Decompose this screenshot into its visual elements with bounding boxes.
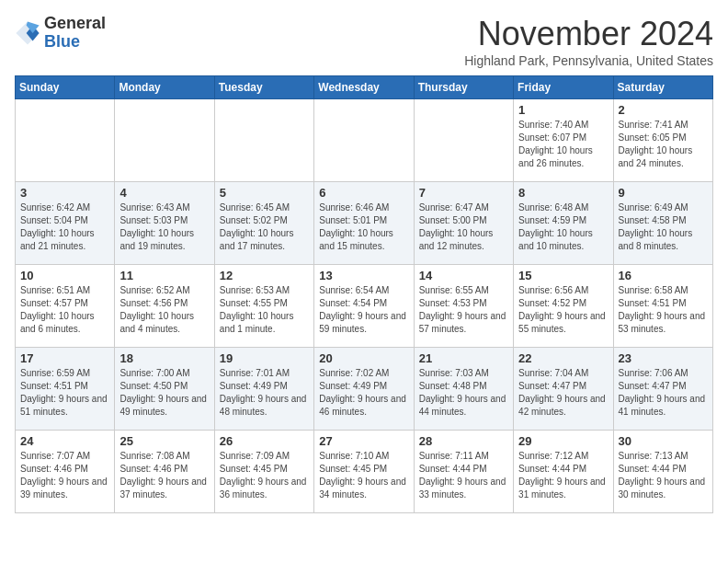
logo-text-blue: Blue (44, 33, 106, 52)
calendar-cell: 13Sunrise: 6:54 AM Sunset: 4:54 PM Dayli… (314, 265, 414, 348)
day-number: 8 (518, 186, 608, 200)
day-info: Sunrise: 7:00 AM Sunset: 4:50 PM Dayligh… (119, 367, 209, 419)
calendar-cell: 18Sunrise: 7:00 AM Sunset: 4:50 PM Dayli… (115, 348, 214, 431)
calendar-cell (214, 99, 313, 182)
day-number: 11 (119, 269, 209, 282)
calendar-cell: 25Sunrise: 7:08 AM Sunset: 4:46 PM Dayli… (115, 431, 214, 513)
day-info: Sunrise: 6:43 AM Sunset: 5:03 PM Dayligh… (119, 201, 209, 253)
calendar-cell: 2Sunrise: 7:41 AM Sunset: 6:05 PM Daylig… (613, 99, 712, 182)
day-info: Sunrise: 7:11 AM Sunset: 4:44 PM Dayligh… (419, 450, 508, 501)
day-info: Sunrise: 6:58 AM Sunset: 4:51 PM Dayligh… (619, 284, 708, 336)
calendar-cell: 28Sunrise: 7:11 AM Sunset: 4:44 PM Dayli… (414, 431, 513, 513)
calendar-cell: 21Sunrise: 7:03 AM Sunset: 4:48 PM Dayli… (414, 348, 513, 431)
day-number: 1 (518, 103, 608, 117)
day-number: 22 (518, 351, 608, 365)
day-info: Sunrise: 7:04 AM Sunset: 4:47 PM Dayligh… (518, 367, 608, 419)
day-info: Sunrise: 7:13 AM Sunset: 4:44 PM Dayligh… (619, 450, 708, 501)
calendar-cell: 30Sunrise: 7:13 AM Sunset: 4:44 PM Dayli… (613, 431, 712, 513)
header-thursday: Thursday (414, 76, 513, 99)
header-saturday: Saturday (613, 76, 712, 99)
calendar-cell: 7Sunrise: 6:47 AM Sunset: 5:00 PM Daylig… (414, 182, 513, 265)
calendar-cell: 29Sunrise: 7:12 AM Sunset: 4:44 PM Dayli… (514, 431, 613, 513)
calendar-cell: 15Sunrise: 6:56 AM Sunset: 4:52 PM Dayli… (514, 265, 613, 348)
day-number: 2 (619, 103, 708, 117)
day-number: 15 (518, 269, 608, 282)
day-number: 23 (619, 351, 708, 365)
day-number: 28 (419, 434, 508, 448)
day-number: 18 (119, 351, 209, 365)
day-number: 12 (220, 269, 309, 282)
calendar-cell: 24Sunrise: 7:07 AM Sunset: 4:46 PM Dayli… (16, 431, 115, 513)
day-info: Sunrise: 6:53 AM Sunset: 4:55 PM Dayligh… (220, 284, 309, 336)
logo-text-general: General (44, 15, 106, 33)
day-info: Sunrise: 7:12 AM Sunset: 4:44 PM Dayligh… (518, 450, 608, 501)
day-info: Sunrise: 7:08 AM Sunset: 4:46 PM Dayligh… (119, 450, 209, 501)
day-info: Sunrise: 7:03 AM Sunset: 4:48 PM Dayligh… (419, 367, 508, 419)
day-number: 27 (319, 434, 408, 448)
page-header: General Blue November 2024 Highland Park… (15, 15, 713, 68)
day-number: 16 (619, 269, 708, 282)
header-tuesday: Tuesday (214, 76, 313, 99)
location: Highland Park, Pennsylvania, United Stat… (464, 53, 713, 68)
calendar-cell (414, 99, 513, 182)
day-number: 25 (119, 434, 209, 448)
calendar-cell: 1Sunrise: 7:40 AM Sunset: 6:07 PM Daylig… (514, 99, 613, 182)
day-info: Sunrise: 6:56 AM Sunset: 4:52 PM Dayligh… (518, 284, 608, 336)
day-info: Sunrise: 6:59 AM Sunset: 4:51 PM Dayligh… (20, 367, 109, 419)
day-number: 29 (518, 434, 608, 448)
day-info: Sunrise: 6:48 AM Sunset: 4:59 PM Dayligh… (518, 201, 608, 253)
day-info: Sunrise: 6:55 AM Sunset: 4:53 PM Dayligh… (419, 284, 508, 336)
day-number: 26 (220, 434, 309, 448)
day-number: 6 (319, 186, 408, 200)
day-number: 3 (20, 186, 109, 200)
calendar-cell: 5Sunrise: 6:45 AM Sunset: 5:02 PM Daylig… (214, 182, 313, 265)
day-number: 10 (20, 269, 109, 282)
day-number: 17 (20, 351, 109, 365)
title-area: November 2024 Highland Park, Pennsylvani… (464, 15, 713, 68)
day-number: 19 (220, 351, 309, 365)
day-info: Sunrise: 7:09 AM Sunset: 4:45 PM Dayligh… (220, 450, 309, 501)
day-info: Sunrise: 7:41 AM Sunset: 6:05 PM Dayligh… (619, 119, 708, 170)
day-info: Sunrise: 6:49 AM Sunset: 4:58 PM Dayligh… (619, 201, 708, 253)
calendar-header: SundayMondayTuesdayWednesdayThursdayFrid… (16, 76, 713, 99)
calendar-cell: 10Sunrise: 6:51 AM Sunset: 4:57 PM Dayli… (16, 265, 115, 348)
calendar-cell: 8Sunrise: 6:48 AM Sunset: 4:59 PM Daylig… (514, 182, 613, 265)
calendar-cell (115, 99, 214, 182)
day-number: 4 (119, 186, 209, 200)
day-info: Sunrise: 7:40 AM Sunset: 6:07 PM Dayligh… (518, 119, 608, 170)
calendar-cell: 11Sunrise: 6:52 AM Sunset: 4:56 PM Dayli… (115, 265, 214, 348)
logo: General Blue (15, 15, 106, 52)
header-sunday: Sunday (16, 76, 115, 99)
day-number: 7 (419, 186, 508, 200)
day-number: 5 (220, 186, 309, 200)
calendar-cell: 3Sunrise: 6:42 AM Sunset: 5:04 PM Daylig… (16, 182, 115, 265)
day-info: Sunrise: 6:51 AM Sunset: 4:57 PM Dayligh… (20, 284, 109, 336)
calendar-cell: 9Sunrise: 6:49 AM Sunset: 4:58 PM Daylig… (613, 182, 712, 265)
day-info: Sunrise: 6:45 AM Sunset: 5:02 PM Dayligh… (220, 201, 309, 253)
day-info: Sunrise: 6:52 AM Sunset: 4:56 PM Dayligh… (119, 284, 209, 336)
calendar-cell: 20Sunrise: 7:02 AM Sunset: 4:49 PM Dayli… (314, 348, 414, 431)
calendar-cell: 26Sunrise: 7:09 AM Sunset: 4:45 PM Dayli… (214, 431, 313, 513)
calendar-cell: 22Sunrise: 7:04 AM Sunset: 4:47 PM Dayli… (514, 348, 613, 431)
month-title: November 2024 (464, 15, 713, 53)
calendar-cell (16, 99, 115, 182)
day-info: Sunrise: 7:10 AM Sunset: 4:45 PM Dayligh… (319, 450, 408, 501)
calendar-table: SundayMondayTuesdayWednesdayThursdayFrid… (15, 75, 713, 513)
header-friday: Friday (514, 76, 613, 99)
calendar-cell: 23Sunrise: 7:06 AM Sunset: 4:47 PM Dayli… (613, 348, 712, 431)
calendar-cell: 27Sunrise: 7:10 AM Sunset: 4:45 PM Dayli… (314, 431, 414, 513)
header-wednesday: Wednesday (314, 76, 414, 99)
day-info: Sunrise: 6:47 AM Sunset: 5:00 PM Dayligh… (419, 201, 508, 253)
day-number: 20 (319, 351, 408, 365)
logo-icon (15, 20, 40, 46)
day-info: Sunrise: 6:46 AM Sunset: 5:01 PM Dayligh… (319, 201, 408, 253)
day-number: 9 (619, 186, 708, 200)
calendar-cell: 14Sunrise: 6:55 AM Sunset: 4:53 PM Dayli… (414, 265, 513, 348)
day-info: Sunrise: 7:06 AM Sunset: 4:47 PM Dayligh… (619, 367, 708, 419)
day-info: Sunrise: 6:54 AM Sunset: 4:54 PM Dayligh… (319, 284, 408, 336)
calendar-cell (314, 99, 414, 182)
calendar-cell: 4Sunrise: 6:43 AM Sunset: 5:03 PM Daylig… (115, 182, 214, 265)
day-info: Sunrise: 6:42 AM Sunset: 5:04 PM Dayligh… (20, 201, 109, 253)
calendar-cell: 17Sunrise: 6:59 AM Sunset: 4:51 PM Dayli… (16, 348, 115, 431)
day-number: 13 (319, 269, 408, 282)
